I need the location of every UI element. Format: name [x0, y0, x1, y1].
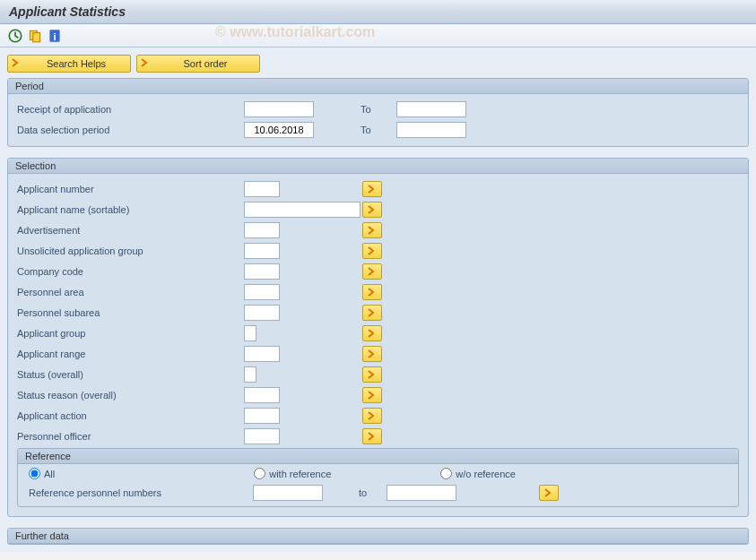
multi-select-button[interactable]: [362, 305, 382, 321]
multi-select-button[interactable]: [362, 284, 382, 300]
selection-row: Personnel officer: [15, 426, 741, 446]
selection-input[interactable]: [244, 428, 280, 444]
further-data-group: Further data: [7, 528, 749, 545]
selection-label: Personnel area: [15, 287, 244, 297]
selection-label: Applicant group: [15, 328, 244, 339]
selection-row: Applicant action: [15, 406, 741, 426]
selection-label: Company code: [15, 266, 244, 277]
selection-input[interactable]: [244, 366, 256, 383]
ref-to-input[interactable]: [387, 485, 456, 501]
selection-label: Personnel subarea: [15, 307, 244, 318]
ref-radio-all[interactable]: [29, 468, 40, 479]
receipt-to-label: To: [361, 104, 396, 115]
app-toolbar: i © www.tutorialkart.com: [0, 24, 756, 47]
selection-row: Unsolicited application group: [15, 241, 741, 261]
reference-title: Reference: [18, 449, 738, 464]
selection-input[interactable]: [244, 305, 280, 321]
multi-select-button[interactable]: [362, 243, 382, 259]
ref-radio-without[interactable]: [440, 468, 452, 479]
selection-label: Status (overall): [15, 369, 244, 380]
selection-row: Applicant group: [15, 323, 741, 343]
selection-label: Unsolicited application group: [15, 246, 244, 256]
multi-select-button[interactable]: [362, 366, 382, 383]
selection-input[interactable]: [244, 325, 256, 341]
receipt-row: Receipt of application To: [15, 99, 741, 119]
selection-input[interactable]: [244, 202, 361, 218]
multi-select-button[interactable]: [362, 202, 382, 218]
sort-order-label: Sort order: [155, 58, 256, 69]
multi-select-button[interactable]: [362, 325, 382, 341]
selection-title: Selection: [8, 159, 748, 174]
selection-input[interactable]: [244, 346, 280, 362]
ref-opt-without[interactable]: w/o reference: [440, 468, 516, 479]
selection-row: Applicant range: [15, 344, 741, 364]
title-bar: Applicant Statistics: [0, 0, 756, 24]
selection-label: Applicant name (sortable): [15, 204, 244, 215]
selection-row: Status (overall): [15, 365, 741, 384]
reference-group: Reference All with reference w/o refere: [17, 448, 739, 507]
multi-select-button[interactable]: [362, 408, 382, 424]
receipt-to-input[interactable]: [396, 101, 466, 117]
multi-select-button[interactable]: [362, 263, 382, 280]
selection-input[interactable]: [244, 263, 280, 280]
multi-select-button[interactable]: [362, 181, 382, 197]
ref-to-label: to: [359, 487, 367, 498]
selection-input[interactable]: [244, 387, 280, 403]
data-sel-label: Data selection period: [15, 125, 244, 135]
receipt-from-input[interactable]: [244, 101, 314, 117]
selection-row: Applicant name (sortable): [15, 200, 741, 220]
info-icon[interactable]: i: [47, 28, 63, 44]
selection-label: Advertisement: [15, 225, 244, 236]
selection-row: Status reason (overall): [15, 385, 741, 405]
selection-input[interactable]: [244, 243, 280, 259]
selection-label: Applicant number: [15, 184, 244, 194]
watermark: © www.tutorialkart.com: [215, 24, 375, 40]
selection-row: Personnel area: [15, 282, 741, 302]
data-sel-to-input[interactable]: [396, 122, 466, 138]
variant-icon[interactable]: [27, 28, 43, 44]
search-helps-label: Search Helps: [26, 58, 126, 69]
arrow-right-icon: [12, 58, 21, 69]
selection-label: Personnel officer: [15, 431, 244, 442]
selection-row: Applicant number: [15, 179, 741, 199]
data-sel-from-input[interactable]: [244, 122, 314, 138]
action-button-row: Search Helps Sort order: [7, 55, 749, 73]
period-title: Period: [8, 79, 748, 94]
multi-select-button[interactable]: [362, 387, 382, 403]
data-sel-to-label: To: [361, 125, 396, 135]
selection-row: Personnel subarea: [15, 303, 741, 323]
execute-icon[interactable]: [7, 28, 23, 44]
receipt-label: Receipt of application: [15, 104, 244, 115]
selection-input[interactable]: [244, 181, 280, 197]
content-area: Search Helps Sort order Period Receipt o…: [0, 47, 756, 552]
selection-input[interactable]: [244, 222, 280, 238]
ref-personnel-row: Reference personnel numbers to: [18, 481, 738, 506]
multi-select-button[interactable]: [362, 346, 382, 362]
reference-radio-row: All with reference w/o reference: [18, 464, 738, 481]
ref-pers-label: Reference personnel numbers: [29, 487, 253, 498]
data-selection-row: Data selection period To: [15, 120, 741, 140]
svg-text:i: i: [53, 30, 56, 41]
period-group: Period Receipt of application To Data se…: [7, 78, 749, 147]
ref-from-input[interactable]: [253, 485, 323, 501]
ref-multi-button[interactable]: [539, 485, 559, 501]
selection-label: Status reason (overall): [15, 390, 244, 401]
further-data-title: Further data: [8, 529, 748, 544]
selection-group: Selection Applicant numberApplicant name…: [7, 158, 749, 517]
ref-opt-with[interactable]: with reference: [254, 468, 331, 479]
selection-row: Advertisement: [15, 220, 741, 240]
ref-opt-all[interactable]: All: [29, 468, 55, 479]
sort-order-button[interactable]: Sort order: [136, 55, 260, 73]
selection-row: Company code: [15, 262, 741, 281]
arrow-right-icon: [141, 58, 150, 69]
page-title: Applicant Statistics: [9, 4, 126, 19]
selection-input[interactable]: [244, 408, 280, 424]
multi-select-button[interactable]: [362, 222, 382, 238]
selection-input[interactable]: [244, 284, 280, 300]
multi-select-button[interactable]: [362, 428, 382, 444]
selection-label: Applicant range: [15, 349, 244, 359]
svg-rect-2: [33, 32, 40, 41]
ref-radio-with[interactable]: [254, 468, 265, 479]
search-helps-button[interactable]: Search Helps: [7, 55, 131, 73]
selection-label: Applicant action: [15, 410, 244, 421]
